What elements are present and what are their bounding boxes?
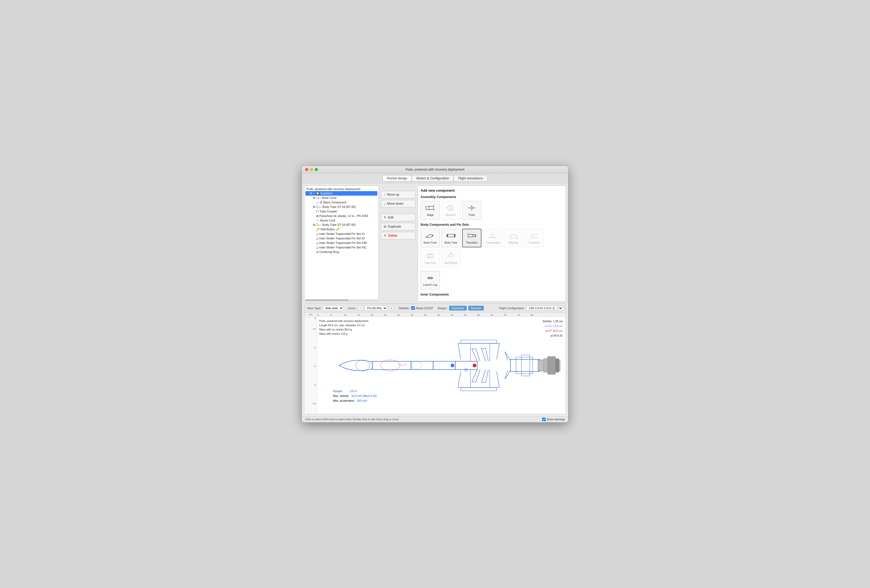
tree-item-fin3l[interactable]: △ main Strake Trapezoidal Fin Set #3L — [305, 245, 377, 250]
move-down-button[interactable]: ↓ Move down — [381, 200, 416, 207]
max-vel-value: 52,6 m/s (Mach 0,16) — [352, 395, 377, 397]
comp-elliptical[interactable]: Elliptical — [504, 229, 523, 247]
comp-boosters[interactable]: Boosters — [441, 201, 460, 220]
svg-rect-60 — [460, 340, 497, 343]
tree-item-centeringring[interactable]: ⊙ Centering Ring — [305, 250, 377, 254]
move-up-button[interactable]: ↑ Move up — [381, 191, 416, 198]
svg-text:10: 10 — [344, 314, 346, 316]
edit-button[interactable]: ✎ Edit — [381, 214, 416, 221]
comp-bodytube[interactable]: Body Tube — [441, 229, 460, 247]
tab-rocket-design[interactable]: Rocket design — [383, 175, 412, 181]
tree-item-bodytube2[interactable]: ⊟ ☐— Body Tube ST-18 (BT-56) — [305, 223, 377, 227]
tree-item-nosecone[interactable]: ⊟ ◁— Nose Cone — [305, 196, 377, 200]
viz-canvas: cm 0 -10 5 0 -5 -10 0 5 — [304, 313, 566, 414]
titlebar: Pods--powered with recovery deployment — [302, 166, 568, 174]
stage-label: Stage — [427, 214, 434, 217]
tree-icon-sustainer: ⊟ ←🔲 — [310, 192, 320, 195]
svg-rect-25 — [428, 254, 430, 255]
svg-rect-26 — [431, 254, 432, 255]
comp-nosecone[interactable]: Nose Cone — [421, 229, 440, 247]
close-button[interactable] — [305, 168, 308, 171]
tree-item-fin3r[interactable]: △ main Strake Trapezoidal Fin Set #3R — [305, 241, 377, 245]
tab-flight-simulations[interactable]: Flight simulations — [454, 175, 487, 181]
tree-root: Pods--powered with recovery deployment — [305, 187, 377, 191]
comp-railbutton[interactable]: Rail Button — [441, 249, 460, 267]
tree-item-bodytube1[interactable]: ⊟ ☐— Body Tube ST-18 (BT-56) — [305, 205, 377, 209]
view-type-select[interactable]: Side view — [323, 306, 344, 311]
comp-stage[interactable]: Stage — [421, 201, 440, 220]
minimize-button[interactable] — [310, 168, 313, 171]
svg-rect-0 — [426, 206, 434, 209]
tree-label-railbutton: Rail Button 🔑 — [320, 228, 340, 231]
zoom-out-button[interactable]: − — [358, 306, 363, 310]
tree-item-railbutton[interactable]: 🔑 Rail Button 🔑 — [305, 227, 377, 232]
scrollbar-track — [305, 300, 377, 301]
svg-point-68 — [411, 361, 422, 369]
tree-icon-fin2: △ — [316, 237, 318, 240]
edit-label: Edit — [388, 215, 394, 219]
tree-item-masscomp[interactable]: — ☰ Mass Component — [305, 200, 377, 205]
viz-panel: View Type: Side view Zoom: − Fit (33,3%)… — [304, 304, 566, 414]
view-type-group: View Type: Side view — [307, 306, 344, 311]
component-tree[interactable]: Pods--powered with recovery deployment ⊟… — [304, 186, 378, 299]
tree-scrollbar[interactable] — [304, 299, 378, 301]
tree-icon-shockcord: 〰 — [316, 219, 319, 222]
edit-icon: ✎ — [384, 215, 386, 219]
booster-stage-button[interactable]: Booster — [468, 306, 484, 310]
comp-pods[interactable]: Pods — [462, 201, 481, 220]
stages-label: Stages: — [437, 306, 447, 310]
duplicate-button[interactable]: ⧉ Duplicate — [381, 223, 416, 230]
svg-rect-52 — [372, 361, 411, 370]
comp-transition[interactable]: Transition — [462, 229, 481, 247]
tab-motors-config[interactable]: Motors & Configuration — [412, 175, 454, 181]
comp-trapezoidal[interactable]: Trapezoidal — [483, 229, 502, 247]
show-warnings-label: Show warnings — [547, 418, 565, 421]
delete-label: Delete — [388, 234, 398, 238]
apogee-value: 115 m — [350, 390, 357, 393]
svg-text:80: 80 — [530, 314, 533, 316]
main-window: Pods--powered with recovery deployment R… — [302, 166, 568, 422]
zoom-label: Zoom: — [348, 306, 356, 310]
zoom-group: Zoom: − Fit (33,3%) + — [348, 306, 394, 311]
tree-item-sustainer[interactable]: ⊟ ←🔲 Sustainer — [305, 191, 377, 196]
zoom-select[interactable]: Fit (33,3%) — [365, 306, 387, 311]
sustainer-stage-button[interactable]: Sustainer — [449, 306, 467, 310]
transition-icon — [467, 232, 477, 240]
tree-label-fin1: main Strake Trapezoidal Fin Set #1 — [319, 232, 365, 235]
maximize-button[interactable] — [315, 168, 318, 171]
comp-freeform[interactable]: Freeform — [524, 229, 544, 247]
show-cgcp-checkbox[interactable]: Show CG/CP — [411, 306, 433, 310]
tree-label-nosecone: Nose Cone — [322, 196, 337, 199]
move-up-label: Move up — [387, 193, 399, 196]
add-component-title: Add new component — [421, 189, 563, 192]
flight-config-select[interactable] — [559, 306, 563, 311]
tree-item-parachute[interactable]: ⊕ Parachute kit, plastic, 12 in., PN 226… — [305, 214, 377, 218]
comp-tubefins[interactable]: Tube Fins — [421, 249, 440, 267]
transition-label: Transition — [466, 241, 478, 244]
comp-launchlug[interactable]: Launch Lug — [421, 271, 440, 290]
flight-config-label: Flight configuration: — [499, 306, 525, 310]
action-panel: ↑ Move up ↓ Move down ✎ Edit ⧉ Duplicate… — [381, 186, 416, 301]
scrollbar-thumb — [305, 300, 349, 301]
tree-label-bodytube1: Body Tube ST-18 (BT-56) — [322, 205, 356, 208]
svg-point-21 — [509, 235, 517, 239]
svg-point-18 — [475, 235, 476, 237]
svg-marker-19 — [490, 234, 495, 238]
delete-button[interactable]: ✕ Delete — [381, 232, 416, 239]
svg-rect-58 — [516, 357, 533, 373]
tree-panel: Pods--powered with recovery deployment ⊟… — [304, 186, 379, 301]
zoom-in-button[interactable]: + — [389, 306, 394, 310]
tree-item-tubecoupler[interactable]: ☐ Tube Coupler — [305, 209, 377, 214]
tree-item-fin2[interactable]: △ main Strake Trapezoidal Fin Set #2 — [305, 236, 377, 241]
svg-rect-54 — [411, 361, 433, 370]
cgcp-input[interactable] — [411, 306, 415, 310]
tree-item-fin1[interactable]: △ main Strake Trapezoidal Fin Set #1 — [305, 232, 377, 236]
svg-rect-61 — [460, 387, 497, 391]
tree-item-shockcord[interactable]: 〰 Shock Cord — [305, 218, 377, 223]
viz-toolbar: View Type: Side view Zoom: − Fit (33,3%)… — [304, 304, 566, 313]
svg-text:70: 70 — [504, 314, 507, 316]
show-warnings-checkbox[interactable] — [542, 418, 546, 421]
svg-text:75: 75 — [517, 314, 520, 316]
apogee-row: Apogee: 115 m — [333, 389, 377, 394]
svg-rect-28 — [431, 257, 432, 258]
